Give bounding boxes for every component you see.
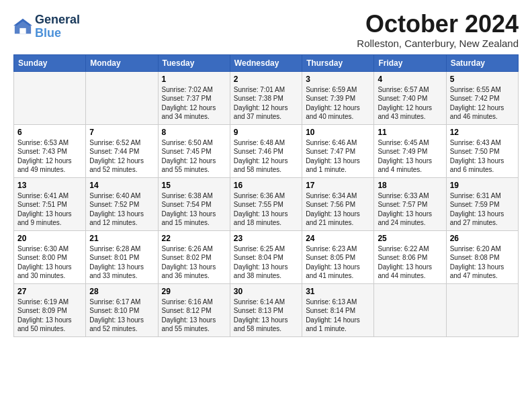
month-title: October 2024 [357, 11, 519, 38]
calendar-cell: 23Sunrise: 6:25 AM Sunset: 8:04 PM Dayli… [230, 230, 302, 283]
calendar-cell: 20Sunrise: 6:30 AM Sunset: 8:00 PM Dayli… [14, 230, 86, 283]
calendar-table: Sunday Monday Tuesday Wednesday Thursday… [13, 54, 519, 337]
calendar-week-5: 27Sunrise: 6:19 AM Sunset: 8:09 PM Dayli… [14, 283, 519, 336]
day-number: 7 [89, 128, 154, 137]
col-friday: Friday [374, 54, 446, 71]
day-number: 6 [17, 128, 82, 137]
calendar-cell [86, 71, 158, 124]
day-number: 24 [306, 234, 370, 243]
calendar-week-2: 6Sunrise: 6:53 AM Sunset: 7:43 PM Daylig… [14, 124, 519, 177]
day-info: Sunrise: 6:34 AM Sunset: 7:56 PM Dayligh… [306, 191, 370, 228]
day-number: 28 [89, 287, 154, 296]
calendar-cell: 24Sunrise: 6:23 AM Sunset: 8:05 PM Dayli… [302, 230, 374, 283]
day-info: Sunrise: 6:59 AM Sunset: 7:39 PM Dayligh… [306, 85, 370, 122]
calendar-cell: 7Sunrise: 6:52 AM Sunset: 7:44 PM Daylig… [86, 124, 158, 177]
day-number: 29 [162, 287, 226, 296]
day-info: Sunrise: 6:40 AM Sunset: 7:52 PM Dayligh… [89, 191, 154, 228]
calendar-cell: 25Sunrise: 6:22 AM Sunset: 8:06 PM Dayli… [374, 230, 446, 283]
day-number: 27 [17, 287, 82, 296]
logo-line1: General [35, 13, 80, 27]
calendar-cell: 2Sunrise: 7:01 AM Sunset: 7:38 PM Daylig… [230, 71, 302, 124]
calendar-cell: 28Sunrise: 6:17 AM Sunset: 8:10 PM Dayli… [86, 283, 158, 336]
title-block: October 2024 Rolleston, Canterbury, New … [357, 11, 519, 49]
day-number: 18 [378, 181, 442, 190]
col-sunday: Sunday [14, 54, 86, 71]
calendar-cell: 13Sunrise: 6:41 AM Sunset: 7:51 PM Dayli… [14, 177, 86, 230]
day-info: Sunrise: 6:53 AM Sunset: 7:43 PM Dayligh… [17, 138, 82, 175]
day-number: 17 [306, 181, 370, 190]
calendar-cell: 10Sunrise: 6:46 AM Sunset: 7:47 PM Dayli… [302, 124, 374, 177]
day-info: Sunrise: 6:22 AM Sunset: 8:06 PM Dayligh… [378, 244, 442, 281]
calendar-cell: 17Sunrise: 6:34 AM Sunset: 7:56 PM Dayli… [302, 177, 374, 230]
day-number: 16 [234, 181, 298, 190]
day-info: Sunrise: 6:14 AM Sunset: 8:13 PM Dayligh… [234, 298, 298, 334]
day-info: Sunrise: 6:28 AM Sunset: 8:01 PM Dayligh… [89, 244, 154, 281]
day-info: Sunrise: 7:02 AM Sunset: 7:37 PM Dayligh… [162, 85, 226, 122]
day-info: Sunrise: 6:17 AM Sunset: 8:10 PM Dayligh… [89, 298, 154, 334]
calendar-cell: 15Sunrise: 6:38 AM Sunset: 7:54 PM Dayli… [158, 177, 230, 230]
day-number: 23 [234, 234, 298, 243]
calendar-cell: 19Sunrise: 6:31 AM Sunset: 7:59 PM Dayli… [446, 177, 518, 230]
calendar-cell [374, 283, 446, 336]
day-info: Sunrise: 7:01 AM Sunset: 7:38 PM Dayligh… [234, 85, 298, 122]
day-info: Sunrise: 6:13 AM Sunset: 8:14 PM Dayligh… [306, 298, 370, 334]
calendar-cell: 1Sunrise: 7:02 AM Sunset: 7:37 PM Daylig… [158, 71, 230, 124]
day-number: 19 [450, 181, 515, 190]
day-number: 5 [450, 75, 515, 84]
calendar-cell: 6Sunrise: 6:53 AM Sunset: 7:43 PM Daylig… [14, 124, 86, 177]
day-info: Sunrise: 6:16 AM Sunset: 8:12 PM Dayligh… [162, 298, 226, 334]
location-subtitle: Rolleston, Canterbury, New Zealand [357, 38, 519, 49]
day-number: 31 [306, 287, 370, 296]
header-row: Sunday Monday Tuesday Wednesday Thursday… [14, 54, 519, 71]
calendar-cell: 21Sunrise: 6:28 AM Sunset: 8:01 PM Dayli… [86, 230, 158, 283]
calendar-cell: 8Sunrise: 6:50 AM Sunset: 7:45 PM Daylig… [158, 124, 230, 177]
calendar-cell: 3Sunrise: 6:59 AM Sunset: 7:39 PM Daylig… [302, 71, 374, 124]
day-info: Sunrise: 6:36 AM Sunset: 7:55 PM Dayligh… [234, 191, 298, 228]
calendar-cell: 29Sunrise: 6:16 AM Sunset: 8:12 PM Dayli… [158, 283, 230, 336]
day-info: Sunrise: 6:46 AM Sunset: 7:47 PM Dayligh… [306, 138, 370, 175]
calendar-cell: 11Sunrise: 6:45 AM Sunset: 7:49 PM Dayli… [374, 124, 446, 177]
day-number: 8 [162, 128, 226, 137]
day-info: Sunrise: 6:41 AM Sunset: 7:51 PM Dayligh… [17, 191, 82, 228]
day-info: Sunrise: 6:52 AM Sunset: 7:44 PM Dayligh… [89, 138, 154, 175]
day-number: 26 [450, 234, 515, 243]
day-info: Sunrise: 6:26 AM Sunset: 8:02 PM Dayligh… [162, 244, 226, 281]
col-saturday: Saturday [446, 54, 518, 71]
calendar-cell: 9Sunrise: 6:48 AM Sunset: 7:46 PM Daylig… [230, 124, 302, 177]
col-tuesday: Tuesday [158, 54, 230, 71]
day-number: 10 [306, 128, 370, 137]
logo: General Blue [13, 13, 80, 40]
calendar-cell: 12Sunrise: 6:43 AM Sunset: 7:50 PM Dayli… [446, 124, 518, 177]
calendar-cell: 18Sunrise: 6:33 AM Sunset: 7:57 PM Dayli… [374, 177, 446, 230]
day-number: 4 [378, 75, 442, 84]
calendar-week-1: 1Sunrise: 7:02 AM Sunset: 7:37 PM Daylig… [14, 71, 519, 124]
day-info: Sunrise: 6:38 AM Sunset: 7:54 PM Dayligh… [162, 191, 226, 228]
day-number: 1 [162, 75, 226, 84]
calendar-cell: 27Sunrise: 6:19 AM Sunset: 8:09 PM Dayli… [14, 283, 86, 336]
day-info: Sunrise: 6:23 AM Sunset: 8:05 PM Dayligh… [306, 244, 370, 281]
day-number: 30 [234, 287, 298, 296]
calendar-cell: 16Sunrise: 6:36 AM Sunset: 7:55 PM Dayli… [230, 177, 302, 230]
day-info: Sunrise: 6:55 AM Sunset: 7:42 PM Dayligh… [450, 85, 515, 122]
logo-line2: Blue [35, 27, 80, 40]
calendar-week-3: 13Sunrise: 6:41 AM Sunset: 7:51 PM Dayli… [14, 177, 519, 230]
logo-icon [13, 17, 32, 36]
day-number: 3 [306, 75, 370, 84]
calendar-week-4: 20Sunrise: 6:30 AM Sunset: 8:00 PM Dayli… [14, 230, 519, 283]
page-header: General Blue October 2024 Rolleston, Can… [13, 11, 519, 49]
calendar-cell: 26Sunrise: 6:20 AM Sunset: 8:08 PM Dayli… [446, 230, 518, 283]
col-thursday: Thursday [302, 54, 374, 71]
calendar-cell: 31Sunrise: 6:13 AM Sunset: 8:14 PM Dayli… [302, 283, 374, 336]
day-number: 12 [450, 128, 515, 137]
day-number: 11 [378, 128, 442, 137]
col-monday: Monday [86, 54, 158, 71]
col-wednesday: Wednesday [230, 54, 302, 71]
calendar-cell: 14Sunrise: 6:40 AM Sunset: 7:52 PM Dayli… [86, 177, 158, 230]
day-number: 13 [17, 181, 82, 190]
calendar-cell: 22Sunrise: 6:26 AM Sunset: 8:02 PM Dayli… [158, 230, 230, 283]
day-info: Sunrise: 6:43 AM Sunset: 7:50 PM Dayligh… [450, 138, 515, 175]
day-info: Sunrise: 6:31 AM Sunset: 7:59 PM Dayligh… [450, 191, 515, 228]
day-info: Sunrise: 6:20 AM Sunset: 8:08 PM Dayligh… [450, 244, 515, 281]
day-info: Sunrise: 6:57 AM Sunset: 7:40 PM Dayligh… [378, 85, 442, 122]
calendar-cell [446, 283, 518, 336]
